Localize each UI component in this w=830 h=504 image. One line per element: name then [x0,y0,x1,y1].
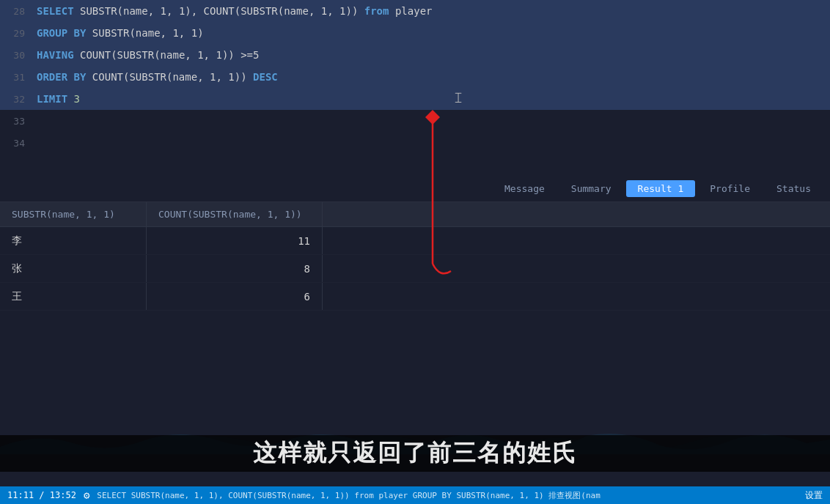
code-line-33: 33 [0,110,830,132]
tab-summary[interactable]: Summary [559,180,623,197]
line-number: 28 [0,6,37,17]
code-line-32: 32 LIMIT 3 [0,88,830,110]
line-number: 31 [0,72,37,83]
code-line-28: 28 SELECT SUBSTR(name, 1, 1), COUNT(SUBS… [0,0,830,22]
row1-col1: 李 [0,227,147,254]
table-header: SUBSTR(name, 1, 1) COUNT(SUBSTR(name, 1,… [0,202,830,227]
status-bar: 11:11 / 13:52 ⚙ SELECT SUBSTR(name, 1, 1… [0,486,830,504]
code-line-31: 31 ORDER BY COUNT(SUBSTR(name, 1, 1)) DE… [0,66,830,88]
line-number: 34 [0,138,37,149]
status-right: 设置 [805,489,823,502]
line-content: GROUP BY SUBSTR(name, 1, 1) [37,27,830,39]
annotation-text: 这样就只返回了前三名的姓氏 [0,435,830,472]
status-query: SELECT SUBSTR(name, 1, 1), COUNT(SUBSTR(… [97,490,600,501]
row2-col2: 8 [147,255,323,282]
tab-profile[interactable]: Profile [698,180,762,197]
code-line-34: 34 [0,132,830,154]
column-header-1: SUBSTR(name, 1, 1) [0,202,147,226]
code-line-30: 30 HAVING COUNT(SUBSTR(name, 1, 1)) >=5 [0,44,830,66]
table-row: 张 8 [0,255,830,283]
column-header-2: COUNT(SUBSTR(name, 1, 1)) [147,202,323,226]
table-row: 王 6 [0,283,830,311]
row1-col2: 11 [147,227,323,254]
line-content: HAVING COUNT(SUBSTR(name, 1, 1)) >=5 [37,49,830,61]
text-cursor: 𝙸 [453,89,463,106]
row3-col1: 王 [0,283,147,310]
tab-message[interactable]: Message [493,180,557,197]
results-table: SUBSTR(name, 1, 1) COUNT(SUBSTR(name, 1,… [0,202,830,311]
code-editor[interactable]: 28 SELECT SUBSTR(name, 1, 1), COUNT(SUBS… [0,0,830,176]
cursor-position: 11:11 / 13:52 [7,490,76,500]
tab-result1[interactable]: Result 1 [626,180,696,197]
line-content: LIMIT 3 [37,93,830,105]
line-content: SELECT SUBSTR(name, 1, 1), COUNT(SUBSTR(… [37,5,830,17]
line-number: 29 [0,28,37,39]
status-left: 11:11 / 13:52 ⚙ SELECT SUBSTR(name, 1, 1… [7,489,796,501]
line-number: 32 [0,94,37,105]
settings-label[interactable]: 设置 [805,489,823,502]
tab-status[interactable]: Status [765,180,823,197]
row2-col1: 张 [0,255,147,282]
code-line-29: 29 GROUP BY SUBSTR(name, 1, 1) [0,22,830,44]
result-tabs: Message Summary Result 1 Profile Status [0,176,830,202]
line-content: ORDER BY COUNT(SUBSTR(name, 1, 1)) DESC [37,71,830,83]
table-row: 李 11 [0,227,830,255]
line-number: 30 [0,50,37,61]
line-number: 33 [0,116,37,127]
row3-col2: 6 [147,283,323,310]
status-icon: ⚙ [84,489,89,501]
